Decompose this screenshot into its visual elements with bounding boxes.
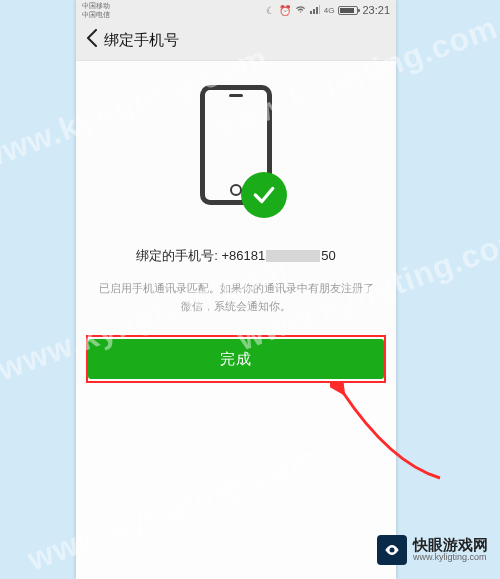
brand-domain: www.kyligting.com	[413, 552, 488, 563]
phone-outline-icon	[200, 85, 272, 205]
phone-mask-icon	[266, 250, 320, 262]
status-bar: 中国移动 中国电信 ☾ ⏰ 4G 23:21	[76, 0, 396, 20]
svg-rect-3	[319, 5, 320, 14]
carrier-labels: 中国移动 中国电信	[82, 1, 110, 19]
battery-icon	[338, 6, 358, 15]
svg-rect-2	[316, 7, 318, 14]
bound-phone-suffix: 50	[321, 248, 335, 263]
signal-icon	[310, 5, 320, 16]
svg-rect-0	[310, 11, 312, 14]
button-highlight-box: 完成	[86, 335, 386, 383]
done-button-label: 完成	[220, 350, 252, 369]
brand-badge: 快眼游戏网 www.kyligting.com	[377, 535, 488, 565]
network-label: 4G	[324, 6, 335, 15]
bound-label: 绑定的手机号:	[136, 248, 218, 263]
svg-rect-1	[313, 9, 315, 14]
moon-icon: ☾	[266, 5, 275, 16]
svg-point-4	[390, 548, 395, 553]
nav-bar: 绑定手机号	[76, 20, 396, 61]
carrier-1: 中国移动	[82, 1, 110, 10]
brand-name: 快眼游戏网	[413, 537, 488, 552]
phone-screenshot: 中国移动 中国电信 ☾ ⏰ 4G 23:21 绑定手机号	[76, 0, 396, 579]
page-title: 绑定手机号	[104, 31, 179, 50]
carrier-2: 中国电信	[82, 10, 110, 19]
content-area: 绑定的手机号: +8618150 已启用手机通讯录匹配。如果你的通讯录中有朋友注…	[76, 61, 396, 383]
wifi-icon	[295, 5, 306, 16]
done-button[interactable]: 完成	[88, 339, 384, 379]
bound-phone-line: 绑定的手机号: +8618150	[76, 247, 396, 265]
back-button[interactable]	[86, 25, 104, 56]
contacts-hint: 已启用手机通讯录匹配。如果你的通讯录中有朋友注册了微信，系统会通知你。	[76, 265, 396, 315]
check-badge-icon	[241, 172, 287, 218]
brand-logo-icon	[377, 535, 407, 565]
alarm-icon: ⏰	[279, 5, 291, 16]
bound-phone-prefix: +86181	[222, 248, 266, 263]
clock: 23:21	[362, 4, 390, 16]
phone-illustration	[76, 61, 396, 205]
